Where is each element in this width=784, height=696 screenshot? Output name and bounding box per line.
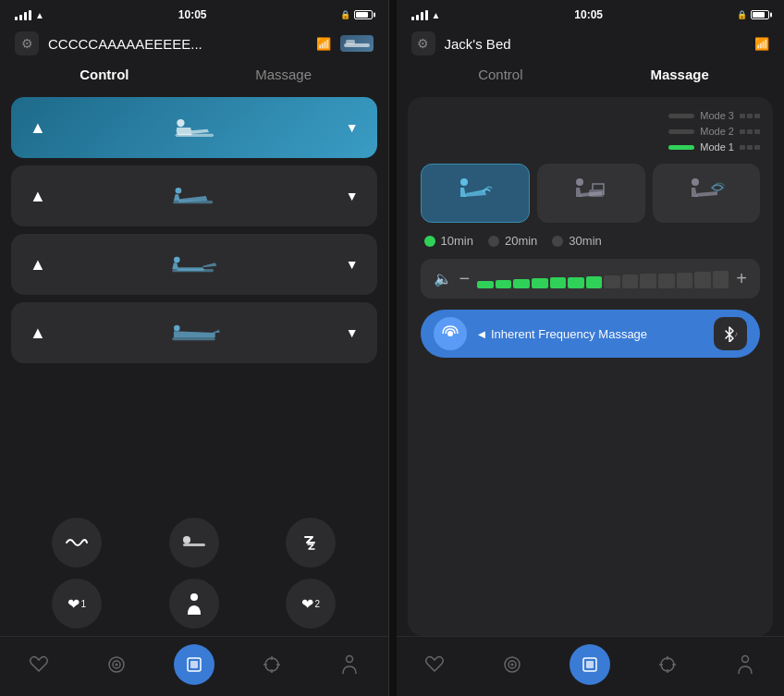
- btn-heart2[interactable]: ❤ 2: [286, 579, 336, 629]
- m2b2: [747, 129, 753, 134]
- nav-heart-left[interactable]: [18, 648, 59, 681]
- person-icon: [185, 592, 203, 615]
- control-row-2[interactable]: ▲ ▼: [11, 165, 377, 226]
- svg-point-27: [511, 664, 514, 666]
- minus-button[interactable]: −: [459, 268, 471, 289]
- svg-point-23: [692, 178, 699, 186]
- status-left-right: ▲: [411, 10, 441, 20]
- svg-point-4: [175, 188, 181, 194]
- svg-rect-7: [172, 269, 214, 272]
- timer10-label: 10min: [441, 234, 473, 248]
- control-row-4[interactable]: ▲ ▼: [11, 302, 377, 363]
- row1-down[interactable]: ▼: [346, 120, 359, 135]
- btn-flat[interactable]: [169, 518, 219, 568]
- bluetooth-note: ♪: [734, 330, 738, 338]
- row2-down[interactable]: ▼: [346, 189, 359, 203]
- tab-control-left[interactable]: Control: [15, 61, 194, 88]
- gear-icon-right[interactable]: ⚙: [411, 31, 435, 55]
- timer20-label: 20min: [505, 234, 537, 248]
- bed-figure-2: [169, 184, 223, 208]
- nav-list-left[interactable]: [96, 648, 137, 681]
- wifi-icon-right: ▲: [432, 10, 441, 20]
- tab-control-right[interactable]: Control: [411, 61, 591, 88]
- nav-remote-right[interactable]: [570, 644, 610, 685]
- nav-person-left[interactable]: [329, 648, 370, 681]
- nav-person-right[interactable]: [725, 648, 766, 681]
- battery-right: [751, 10, 769, 19]
- vol-bar-8: [622, 275, 639, 287]
- row2-up[interactable]: ▲: [30, 187, 46, 206]
- m3b2: [747, 114, 753, 118]
- row3-icon: [169, 252, 223, 276]
- m1b2: [747, 145, 753, 150]
- svg-point-10: [183, 536, 190, 543]
- vol-bar-10: [658, 274, 675, 288]
- timer-10[interactable]: 10min: [424, 234, 473, 248]
- nav-list-right[interactable]: [492, 648, 533, 681]
- massage-btn-3[interactable]: [653, 164, 761, 223]
- sleep-icon: [300, 531, 322, 554]
- control-rows: ▲ ▼ ▲: [0, 97, 388, 507]
- bar2r: [416, 15, 419, 20]
- massage-panel: Mode 3 Mode 2: [408, 97, 774, 636]
- row1-up[interactable]: ▲: [30, 118, 46, 138]
- btn-heart1[interactable]: ❤ 1: [52, 579, 102, 629]
- bar3r: [421, 12, 423, 20]
- nav-heart-right[interactable]: [414, 648, 455, 681]
- time-left: 10:05: [178, 8, 207, 21]
- status-right-left: 🔒: [340, 10, 373, 19]
- vol-bar-6: [586, 276, 603, 288]
- status-bar-right: ▲ 10:05 🔒: [397, 0, 785, 26]
- nav-person-icon: [340, 654, 359, 675]
- btn-wave[interactable]: [52, 518, 102, 568]
- svg-point-24: [447, 331, 453, 336]
- svg-rect-5: [173, 201, 213, 203]
- m1b1: [740, 145, 745, 150]
- svg-point-8: [174, 325, 180, 332]
- control-row-3[interactable]: ▲ ▼: [11, 234, 377, 295]
- svg-point-21: [576, 178, 583, 186]
- nav-target-right[interactable]: [647, 648, 688, 681]
- heart1-icon: ❤: [67, 595, 80, 613]
- bed-figure-1: [169, 116, 223, 140]
- nav-remote-left[interactable]: [174, 644, 214, 685]
- time-right: 10:05: [574, 8, 603, 21]
- nav-target-left[interactable]: [251, 648, 292, 681]
- gear-icon-left[interactable]: ⚙: [15, 31, 39, 55]
- btn-sleep[interactable]: [286, 518, 336, 568]
- vol-bar-13: [713, 271, 729, 287]
- row4-down[interactable]: ▼: [346, 325, 359, 340]
- row3-up[interactable]: ▲: [30, 255, 46, 275]
- massage-btn-2[interactable]: [537, 164, 645, 223]
- row3-down[interactable]: ▼: [346, 257, 359, 272]
- bottom-buttons-row2: ❤ 1 ❤ 2: [0, 575, 388, 636]
- btn-person[interactable]: [169, 579, 219, 629]
- massage-btn-1[interactable]: [421, 164, 531, 223]
- lock-icon-right: 🔒: [737, 10, 747, 19]
- mode3-dot: [668, 114, 694, 118]
- bluetooth-button[interactable]: ♪: [714, 317, 747, 350]
- nav-remote-icon-right: [581, 655, 599, 674]
- timer-20[interactable]: 20min: [488, 234, 537, 248]
- battery-left: [354, 10, 373, 19]
- freq-massage-row[interactable]: ◄ Inherent Frequency Massage ♪: [421, 310, 761, 358]
- tab-massage-left[interactable]: Massage: [194, 61, 374, 88]
- volume-row: 🔈 − +: [421, 259, 761, 299]
- m3b3: [754, 114, 760, 118]
- mode1-label: Mode 1: [700, 141, 734, 153]
- bar3: [24, 12, 27, 20]
- volume-icon: 🔈: [434, 270, 452, 287]
- mode3-bars: [740, 114, 760, 118]
- timer-30[interactable]: 30min: [552, 234, 601, 248]
- plus-button[interactable]: +: [736, 268, 747, 289]
- device-name-left: CCCCCAAAAAEEEEE...: [48, 36, 307, 52]
- mode-row-3: Mode 3: [668, 110, 760, 121]
- mode2-bars: [740, 129, 760, 134]
- tab-massage-right[interactable]: Massage: [590, 61, 769, 88]
- timer-row: 10min 20min 30min: [421, 234, 761, 248]
- bottom-nav-right: [397, 636, 785, 696]
- wifi-status-right: 📶: [754, 37, 769, 51]
- mode-list: Mode 3 Mode 2: [668, 110, 760, 153]
- control-row-1[interactable]: ▲ ▼: [11, 97, 377, 158]
- row4-up[interactable]: ▲: [30, 324, 46, 343]
